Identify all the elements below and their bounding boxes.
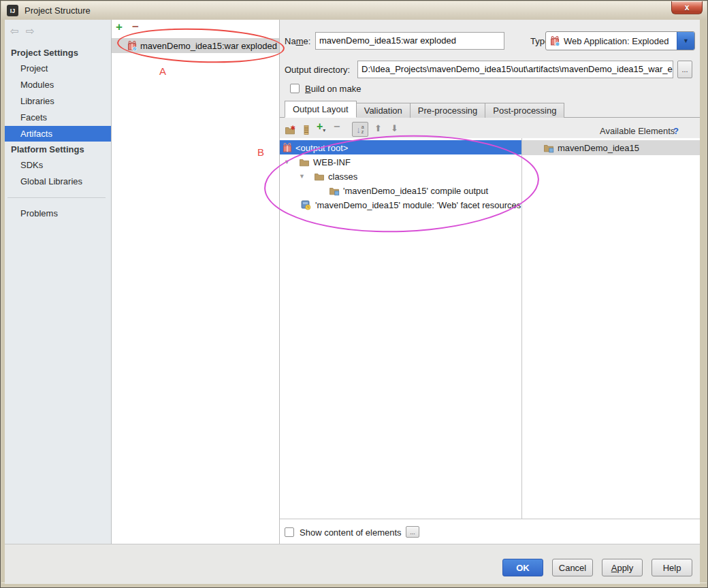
sidebar-item-facets[interactable]: Facets [5,110,111,125]
sidebar-item-global-libraries[interactable]: Global Libraries [5,174,111,189]
forward-arrow-icon[interactable]: ⇨ [26,25,35,37]
sidebar-item-artifacts[interactable]: Artifacts [5,126,111,142]
artifacts-list-panel: + − mavenDemo_idea15:war exploded [112,20,280,544]
sidebar-item-libraries[interactable]: Libraries [5,94,111,109]
type-dropdown-button[interactable]: ▼ [677,32,694,50]
help-button[interactable]: Help [651,559,692,576]
compile-output-icon [329,185,340,196]
available-elements-header: Available Elements [600,126,675,136]
available-elements-panel: mavenDemo_idea15 [522,138,700,519]
type-value: Web Application: Exploded [564,36,669,46]
tree-row-compile-output[interactable]: 'mavenDemo_idea15' compile output [280,183,521,197]
tree-label: <output root> [295,142,348,152]
tab-validation[interactable]: Validation [356,103,411,118]
platform-settings-header: Platform Settings [11,144,84,154]
move-up-button[interactable]: ⬆ [374,123,382,133]
remove-element-button[interactable]: − [334,120,340,133]
sidebar-item-project[interactable]: Project [5,61,111,76]
sort-arrow-icon: ↓ [356,125,361,135]
create-directory-button[interactable]: ✱ [285,125,295,135]
type-dropdown[interactable]: Web Application: Exploded ▼ [545,31,695,50]
back-arrow-icon[interactable]: ⇦ [10,25,19,37]
web-facet-resources-icon [300,199,311,210]
tree-row-web-inf[interactable]: ▼ WEB-INF [280,154,521,169]
move-down-button[interactable]: ⬇ [391,123,398,133]
tab-pre-processing[interactable]: Pre-processing [410,103,485,118]
create-archive-button[interactable] [301,125,312,135]
output-directory-input[interactable]: D:\Idea_Projects\mavenDemo_idea15\out\ar… [357,61,673,78]
sort-elements-button[interactable]: ↓ az [352,122,368,137]
show-content-options-button[interactable]: ... [406,526,419,538]
name-label: Name: [285,36,310,46]
new-folder-icon: ✱ [285,125,295,135]
collapse-arrow-icon[interactable]: ▼ [299,173,305,180]
artifact-icon [549,35,560,46]
remove-artifact-button[interactable]: − [132,20,139,34]
artifact-editor-panel: Name: mavenDemo_idea15:war exploded Type… [280,20,700,544]
ok-button[interactable]: OK [502,559,543,576]
artifact-item-label: mavenDemo_idea15:war exploded [140,41,277,51]
project-settings-header: Project Settings [11,48,78,58]
available-element-row[interactable]: mavenDemo_idea15 [522,140,700,155]
dialog-button-bar: OK Cancel Apply Help [5,544,700,584]
output-directory-label: Output directory: [285,65,350,75]
available-element-label: mavenDemo_idea15 [558,143,639,153]
chevron-down-icon: ▼ [683,37,689,44]
module-folder-icon [543,142,554,153]
output-directory-browse-button[interactable]: ... [677,61,692,78]
tree-label: 'mavenDemo_idea15' module: 'Web' facet r… [315,199,521,210]
add-element-button[interactable]: +▾ [317,120,325,133]
tab-post-processing[interactable]: Post-processing [485,103,564,118]
archive-icon [301,125,312,135]
sidebar-item-sdks[interactable]: SDKs [5,158,111,173]
artifact-list-item[interactable]: mavenDemo_idea15:war exploded [112,38,279,53]
cancel-button[interactable]: Cancel [552,559,593,576]
artifact-icon [127,40,138,51]
tree-row-facet-resources[interactable]: 'mavenDemo_idea15' module: 'Web' facet r… [280,197,521,212]
annotation-label-a: A [159,65,166,77]
sidebar-divider [7,197,106,198]
help-icon[interactable]: ? [673,126,679,136]
build-on-make-label: Build on make [305,84,361,94]
apply-button[interactable]: Apply [602,559,643,576]
folder-icon [314,171,325,182]
tab-output-layout[interactable]: Output Layout [285,101,357,118]
chevron-down-icon: ▾ [323,127,325,133]
svg-text:✱: ✱ [291,125,296,131]
editor-tabs: Output Layout Validation Pre-processing … [285,101,700,118]
name-input[interactable]: mavenDemo_idea15:war exploded [315,32,504,50]
intellij-logo-icon: IJ [7,5,18,16]
build-on-make-checkbox[interactable] [290,84,300,93]
tree-label: classes [328,171,357,181]
settings-sidebar: ⇦ ⇨ Project Settings Project Modules Lib… [5,20,112,544]
tree-label: 'mavenDemo_idea15' compile output [343,185,488,195]
show-content-label: Show content of elements [300,527,402,538]
show-content-checkbox[interactable] [285,527,294,537]
tree-label: WEB-INF [313,157,351,167]
tree-row-classes[interactable]: ▼ classes [280,169,521,183]
annotation-label-b: B [257,146,264,158]
add-artifact-button[interactable]: + [116,20,123,34]
folder-icon [299,157,310,167]
sidebar-item-problems[interactable]: Problems [5,206,111,221]
collapse-arrow-icon[interactable]: ▼ [284,159,290,165]
title-bar: IJ Project Structure [1,1,707,20]
project-structure-dialog: IJ Project Structure x ⇦ ⇨ Project Setti… [0,0,708,588]
sidebar-item-modules[interactable]: Modules [5,78,111,93]
tree-row-output-root[interactable]: <output root> [280,140,521,154]
window-title: Project Structure [25,5,91,16]
close-button[interactable]: x [671,1,703,14]
output-layout-tree: <output root> ▼ WEB-INF ▼ classes [280,138,522,519]
artifact-icon [282,142,293,153]
